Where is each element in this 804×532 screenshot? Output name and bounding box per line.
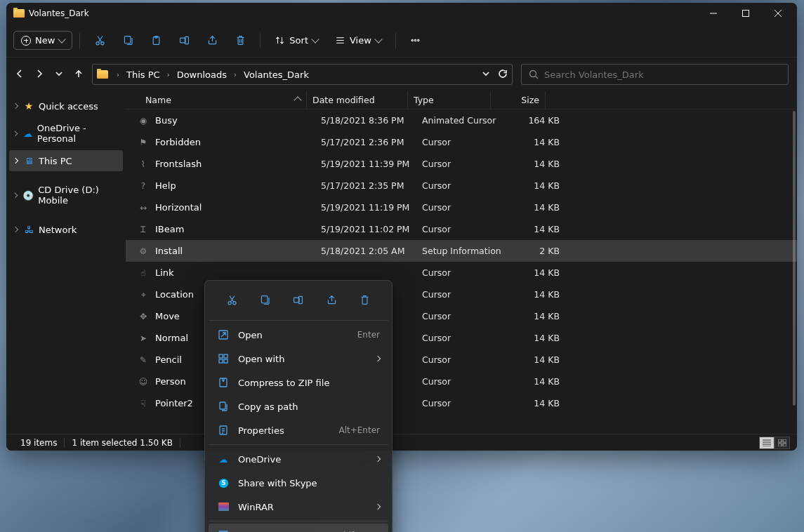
share-button[interactable] [199,28,225,53]
cursor-file-icon: ✎ [137,354,150,366]
file-name: IBeam [155,224,321,234]
chevron-right-icon [13,192,18,198]
file-type: Cursor [422,267,505,278]
context-skype[interactable]: S Share with Skype [209,471,388,495]
context-menu[interactable]: Open Enter Open with Compress to ZIP fil… [204,280,393,532]
paste-button[interactable] [143,28,169,53]
search-input[interactable] [544,69,781,80]
cursor-file-icon: ☝ [137,267,150,279]
view-button[interactable]: View [328,31,388,50]
context-properties[interactable]: Properties Alt+Enter [209,418,388,442]
sort-label: Sort [289,35,308,46]
cursor-file-icon: ⚑ [137,136,150,149]
sort-button[interactable]: Sort [268,31,325,50]
file-row[interactable]: ᏆIBeam5/19/2021 11:02 PMCursor14 KB [126,218,797,240]
more-options-icon [217,529,230,532]
column-header-size[interactable]: Size [491,91,546,109]
recent-button[interactable] [54,68,64,81]
cut-button[interactable] [87,28,112,53]
delete-button[interactable] [228,28,253,53]
back-button[interactable] [15,68,25,81]
address-bar[interactable]: › This PC › Downloads › Volantes_Dark [92,64,513,85]
svg-rect-25 [224,359,228,363]
column-header-date[interactable]: Date modified [307,91,408,109]
new-label: New [35,35,55,46]
context-label: Open [238,330,263,340]
file-date: 5/19/2021 11:39 PM [321,159,422,169]
more-button[interactable] [403,28,428,53]
file-row[interactable]: ↔Horizontal5/19/2021 11:19 PMCursor14 KB [126,197,797,218]
file-size: 14 KB [505,159,560,169]
search-box[interactable] [521,64,789,85]
svg-rect-27 [220,402,225,409]
column-header-type[interactable]: Type [408,91,491,109]
file-size: 14 KB [505,180,560,191]
sidebar-item-onedrive-personal[interactable]: ☁OneDrive - Personal [9,118,123,149]
cursor-file-icon: ☺ [137,375,150,388]
minimize-button[interactable] [697,3,730,24]
context-open-with[interactable]: Open with [209,347,388,371]
file-size: 164 KB [505,115,560,126]
icons-view-button[interactable] [775,437,790,449]
forward-button[interactable] [34,68,44,81]
context-label: Open with [238,354,284,364]
sidebar-item-cd-drive-d-mobile[interactable]: 💿CD Drive (D:) Mobile [9,180,123,211]
cloud-icon: ☁ [22,128,32,139]
file-type: Cursor [422,354,505,365]
context-cut-button[interactable] [221,288,244,311]
context-copy-path[interactable]: Copy as path [209,394,388,418]
winrar-icon [217,500,230,513]
context-compress[interactable]: Compress to ZIP file [209,371,388,394]
cursor-file-icon: ✥ [137,310,150,323]
file-size: 14 KB [505,202,560,213]
sidebar-item-this-pc[interactable]: 🖥This PC [9,150,123,171]
sidebar-item-quick-access[interactable]: ★Quick access [9,95,123,117]
file-size: 14 KB [505,311,560,321]
address-dropdown-button[interactable] [481,68,491,81]
svg-rect-18 [262,295,268,302]
rename-button[interactable] [171,28,197,53]
file-row[interactable]: ⚑Forbidden5/17/2021 2:36 PMCursor14 KB [126,131,797,153]
context-delete-button[interactable] [353,288,376,311]
file-date: 5/17/2021 2:35 PM [321,180,422,191]
svg-point-11 [530,71,536,77]
svg-rect-14 [778,444,782,446]
up-button[interactable] [74,68,84,81]
context-copy-button[interactable] [254,288,277,311]
title-bar[interactable]: Volantes_Dark [6,3,797,24]
details-view-button[interactable] [759,437,775,449]
sidebar-item-label: CD Drive (D:) Mobile [38,185,119,206]
refresh-button[interactable] [498,68,508,81]
cursor-file-icon: ◉ [137,114,150,127]
file-row[interactable]: ?Help5/17/2021 2:35 PMCursor14 KB [126,175,797,197]
cursor-file-icon: ? [137,180,150,192]
context-winrar[interactable]: WinRAR [209,495,388,519]
breadcrumb-item[interactable]: Downloads [174,68,230,81]
new-button[interactable]: New [13,31,72,50]
context-share-button[interactable] [320,288,343,311]
cursor-file-icon: ⌖ [137,288,150,301]
context-show-more[interactable]: Show more options Shift+F10 [209,524,388,532]
scrollbar[interactable] [793,111,796,406]
context-label: Share with Skype [238,478,317,488]
close-button[interactable] [762,3,794,24]
context-open[interactable]: Open Enter [209,323,388,347]
file-type: Cursor [422,311,505,321]
separator [260,33,261,48]
breadcrumb-item[interactable]: Volantes_Dark [241,68,312,81]
maximize-button[interactable] [730,3,762,24]
svg-text:S: S [221,479,225,486]
separator [209,521,388,521]
file-row[interactable]: ⌇Frontslash5/19/2021 11:39 PMCursor14 KB [126,153,797,175]
file-row[interactable]: ◉Busy5/18/2021 8:36 PMAnimated Cursor164… [126,109,797,131]
chevron-down-icon [374,35,382,43]
sidebar-item-network[interactable]: 🖧Network [9,219,123,240]
separator [209,444,388,445]
context-onedrive[interactable]: ☁ OneDrive [209,447,388,471]
context-rename-button[interactable] [287,288,310,311]
copy-button[interactable] [115,28,140,53]
file-row[interactable]: ⚙Install5/18/2021 2:05 AMSetup Informati… [126,240,797,262]
file-size: 14 KB [505,137,560,147]
breadcrumb-item[interactable]: This PC [124,68,163,81]
column-header-name[interactable]: Name [126,91,307,109]
